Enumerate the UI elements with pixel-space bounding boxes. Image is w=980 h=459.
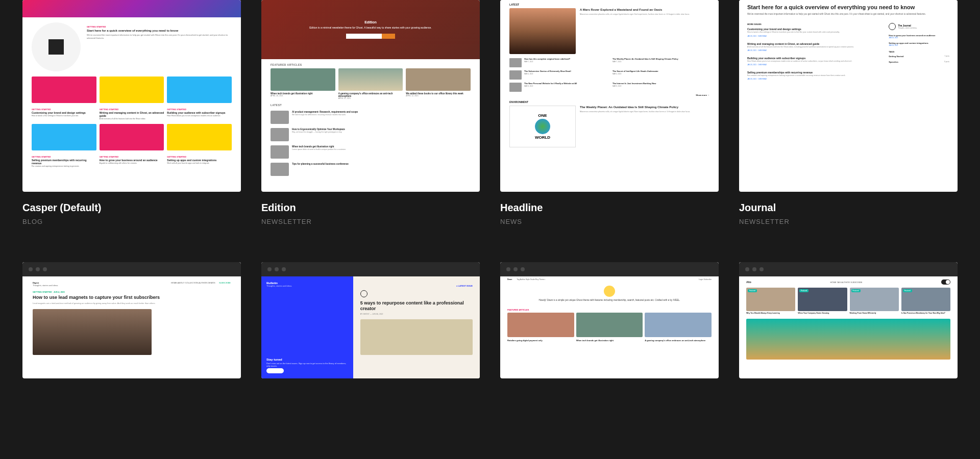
avatar bbox=[604, 286, 615, 297]
desc: Maecenas consectetur pharetra nulla, sit… bbox=[580, 13, 709, 16]
body-text: We've crammed the most important informa… bbox=[87, 34, 232, 39]
title: Selling premium memberships with recurri… bbox=[32, 159, 96, 165]
title: How to use lead magnets to capture your … bbox=[33, 295, 231, 300]
theme-category: Newsletter bbox=[739, 218, 958, 225]
date: JAN 20, 2021 · 2 MIN READ bbox=[747, 64, 880, 66]
label: GETTING STARTED bbox=[167, 156, 232, 158]
label: GETTING STARTED bbox=[167, 108, 232, 111]
section-label: MORE ISSUES bbox=[747, 23, 880, 26]
desc: We've crammed the most important informa… bbox=[747, 13, 949, 16]
body: For creators and aspiring entrepreneurs … bbox=[32, 165, 96, 167]
theme-title: Casper (Default) bbox=[22, 202, 241, 214]
label: GETTING STARTED bbox=[100, 108, 164, 111]
cta-title: Stay tuned bbox=[266, 358, 348, 361]
section-label: FEATURED ARTICLES bbox=[500, 305, 719, 313]
desc: We talk through the differences: recurri… bbox=[292, 114, 471, 116]
date: MAR 3, 2022 bbox=[612, 85, 656, 87]
cta-desc: Don't miss out on the latest issues. Sig… bbox=[266, 362, 348, 367]
theme-category: Blog bbox=[22, 218, 241, 225]
date: MAR 7, 2022 bbox=[524, 61, 570, 63]
byline: BY GHOST — JUN 06, 2022 bbox=[360, 313, 473, 315]
title: Setting up apps and custom integrations bbox=[167, 159, 232, 162]
theme-card-digest[interactable]: Digest Thoughts, stories and ideas. HOME… bbox=[22, 262, 241, 378]
title: A gaming company's office embraces an an… bbox=[338, 92, 403, 97]
tags-label: TAGS bbox=[889, 50, 949, 53]
theme-card-bulletin[interactable]: Bulletin Thoughts, stories and ideas. St… bbox=[261, 262, 480, 378]
title: Writing and managing content in Ghost, a… bbox=[100, 111, 164, 117]
date: JAN 20, 2021 · 5 MIN READ bbox=[747, 49, 880, 52]
theme-preview: Bulletin Thoughts, stories and ideas. St… bbox=[261, 262, 480, 378]
theme-preview: Dawn Tag Author Style Guide Buy Theme ↓ … bbox=[500, 262, 719, 378]
title: The Weekly Planet: An Outdated Idea Is S… bbox=[612, 58, 678, 61]
theme-title: Edition bbox=[261, 202, 480, 214]
hero-image bbox=[33, 309, 152, 355]
theme-card-journal[interactable]: Start here for a quick overview of every… bbox=[739, 0, 958, 225]
tag-name: Speeches bbox=[889, 61, 898, 63]
theme-title: Journal bbox=[739, 202, 958, 214]
featured-badge: Featured bbox=[748, 289, 757, 292]
title: Working From Home Efficiently bbox=[850, 312, 899, 315]
section-label: LATEST bbox=[509, 3, 709, 6]
nav-right: Login Subscribe bbox=[699, 278, 712, 280]
nav: HOME ABOUT COLLECTION AUTHOR DEMOS bbox=[171, 282, 215, 284]
item-title: A gaming company's office embraces an an… bbox=[645, 339, 712, 342]
word: ONE bbox=[538, 113, 547, 118]
section-label: LATEST bbox=[261, 99, 480, 109]
title: Start here for a quick overview of every… bbox=[747, 4, 949, 11]
theme-preview: GETTING STARTED Start here for a quick o… bbox=[22, 0, 241, 192]
logo-icon bbox=[889, 23, 896, 30]
item-title: When tech brands get illustration right bbox=[576, 339, 643, 342]
word: WORLD bbox=[535, 135, 550, 140]
section-label: FEATURED ARTICLES bbox=[261, 59, 480, 68]
desc: How to tweak a few settings in Ghost to … bbox=[747, 31, 880, 34]
subtitle: Edition is a minimal newsletter theme fo… bbox=[309, 26, 432, 30]
tag-count: 6 posts bbox=[944, 61, 949, 63]
brand: Dawn bbox=[507, 278, 512, 280]
title: Customizing your brand and design settin… bbox=[747, 28, 880, 31]
theme-card-edition[interactable]: Edition Edition is a minimal newsletter … bbox=[261, 0, 480, 225]
desc: A full overview of all the features buil… bbox=[747, 46, 880, 48]
show-more-link: Show more → bbox=[509, 94, 709, 96]
desc: Lorem ipsum dolor sit amet to build a un… bbox=[292, 148, 471, 150]
label: GETTING STARTED bbox=[32, 108, 96, 111]
featured-badge: Featured bbox=[851, 289, 861, 292]
featured-badge: Featured bbox=[903, 289, 912, 292]
subscribe-button bbox=[266, 368, 284, 373]
theme-card-dawn[interactable]: Dawn Tag Author Style Guide Buy Theme ↓ … bbox=[500, 262, 719, 378]
globe-icon bbox=[535, 119, 550, 134]
label: GETTING STARTED bbox=[87, 26, 232, 28]
date: MAR 7, 2022 bbox=[612, 61, 678, 63]
tag: Thoughts, stories and ideas. bbox=[898, 27, 917, 29]
theme-card-headline[interactable]: LATEST A Mars Rover Explored a Wasteland… bbox=[500, 0, 719, 225]
desc: For creators and aspiring entrepreneurs … bbox=[747, 74, 880, 77]
tag-count: 7 posts bbox=[944, 55, 949, 58]
hero-image bbox=[746, 319, 950, 360]
subscribe-link: SUBSCRIBE bbox=[219, 282, 231, 284]
date: MAR 3, 2022 bbox=[524, 85, 577, 87]
desc: How Ghost allows you to turn anonymous r… bbox=[747, 60, 880, 63]
title: Building your audience with subscriber s… bbox=[747, 57, 880, 60]
body: How to tweak a few settings in Ghost to … bbox=[32, 115, 96, 117]
title: When tech brands get illustration right bbox=[292, 145, 471, 148]
title: Why You Should Always Keep Learning bbox=[746, 312, 795, 315]
tag: GETTING STARTED · JUN 4, 2021 bbox=[33, 291, 231, 293]
theme-card-casper[interactable]: GETTING STARTED Start here for a quick o… bbox=[22, 0, 241, 225]
browser-chrome bbox=[261, 262, 480, 276]
title: Is San Francisco Mandatory for Your Next… bbox=[901, 312, 950, 315]
date: MAR 4, 2022 bbox=[612, 73, 658, 75]
title: Tips for planning a successful business … bbox=[292, 163, 471, 165]
badge: ● LATEST ISSUE bbox=[360, 285, 473, 287]
theme-preview: LATEST A Mars Rover Explored a Wasteland… bbox=[500, 0, 719, 192]
body: How Ghost allows you to turn anonymous r… bbox=[167, 115, 232, 117]
browser-chrome bbox=[22, 262, 241, 276]
date: APRIL 19, 2021 bbox=[338, 97, 403, 99]
body: A guide to collaborating with others for… bbox=[100, 162, 164, 164]
desc: Lead magnets are a tried-and-true method… bbox=[33, 302, 231, 305]
date: MAR 4, 2022 bbox=[524, 73, 571, 75]
theme-preview: Digest Thoughts, stories and ideas. HOME… bbox=[22, 262, 241, 378]
date: APRIL 26, 2021 bbox=[271, 95, 335, 97]
theme-card-alto[interactable]: Alto HOME TAG AUTHOR SUBSCRIBE Featured … bbox=[739, 262, 958, 378]
title: Selling premium memberships with recurri… bbox=[747, 71, 880, 74]
theme-category: News bbox=[500, 218, 719, 225]
featured-badge: Featured bbox=[799, 289, 808, 292]
